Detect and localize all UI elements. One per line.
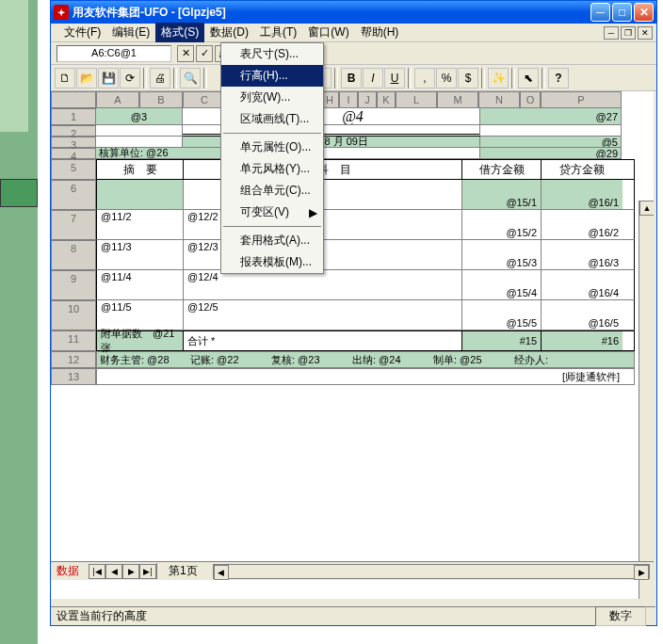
row-header[interactable]: 9 (51, 270, 96, 300)
cell-rev[interactable]: 复核: @23 (268, 352, 349, 367)
underline-icon[interactable]: U (384, 68, 405, 89)
cell-attach[interactable]: 附单据数 @21 张 (97, 331, 184, 350)
print-icon[interactable]: 🖨 (150, 68, 170, 89)
percent-icon[interactable]: % (436, 68, 457, 89)
cell-summary[interactable]: @11/2 (97, 210, 184, 239)
row-header[interactable]: 13 (51, 368, 96, 385)
child-minimize-button[interactable]: ─ (604, 26, 619, 40)
cell-sum[interactable]: 合计 * (184, 331, 462, 350)
menu-apply-format[interactable]: 套用格式(A)... (221, 230, 323, 251)
cell-unit[interactable]: 核算单位: @26 (96, 148, 228, 159)
spreadsheet-grid[interactable]: A B C D E F G H I J K L M N O P 1 2 3 4 … (51, 91, 654, 599)
menu-help[interactable]: 帮助(H) (355, 23, 405, 42)
cell-debit[interactable]: @15/1 (462, 180, 542, 209)
menu-tool[interactable]: 工具(T) (254, 23, 302, 42)
tab-last-icon[interactable]: ▶| (139, 564, 156, 579)
col-header[interactable]: O (520, 91, 541, 108)
scroll-up-icon[interactable]: ▲ (639, 201, 654, 216)
row-header[interactable]: 10 (51, 300, 96, 330)
cell-debit[interactable]: @15/4 (462, 270, 542, 299)
menu-col-width[interactable]: 列宽(W)... (221, 87, 323, 108)
cell-credit[interactable]: @16/1 (542, 180, 623, 209)
col-header[interactable]: P (541, 91, 622, 108)
tab-first-icon[interactable]: |◀ (89, 564, 105, 579)
scroll-left-icon[interactable]: ◀ (214, 565, 229, 580)
cell-subject[interactable]: @12/4 (184, 270, 462, 299)
child-restore-button[interactable]: ❐ (621, 26, 636, 40)
cell-debit[interactable]: @15/3 (462, 240, 542, 269)
help-icon[interactable]: ? (548, 68, 569, 89)
cell-summary[interactable]: @11/5 (97, 300, 184, 330)
tab-page[interactable]: 第1页 (156, 563, 209, 579)
grid-corner[interactable] (51, 91, 96, 108)
row-header[interactable]: 5 (51, 159, 96, 180)
col-header[interactable]: N (478, 91, 520, 108)
horizontal-scrollbar[interactable]: ◀ ▶ (213, 564, 650, 579)
fx-accept-button[interactable]: ✓ (196, 45, 213, 62)
row-header[interactable]: 7 (51, 210, 96, 240)
cell-debit[interactable]: @15/2 (462, 210, 542, 239)
menu-file[interactable]: 文件(F) (58, 23, 106, 42)
menu-combine[interactable]: 组合单元(C)... (221, 180, 323, 201)
cell-summary[interactable]: @11/3 (97, 240, 184, 269)
row-header[interactable]: 12 (51, 351, 96, 368)
cell-debit[interactable]: @15/5 (462, 300, 542, 330)
row-header[interactable]: 8 (51, 240, 96, 270)
cell[interactable]: @27 (480, 108, 622, 125)
scroll-right-icon[interactable]: ▶ (634, 565, 649, 580)
menu-variable[interactable]: 可变区(V)▶ (221, 201, 323, 223)
col-header[interactable]: L (396, 91, 437, 108)
close-button[interactable]: ✕ (634, 3, 654, 22)
cell-oper[interactable]: 经办人: (511, 352, 577, 367)
cell-credit[interactable]: @16/5 (542, 300, 623, 330)
menu-cell-style[interactable]: 单元风格(Y)... (221, 158, 323, 180)
cell[interactable]: @5 (480, 137, 622, 148)
col-header[interactable]: I (339, 91, 358, 108)
cell-credit[interactable]: @16/4 (542, 270, 623, 299)
cell-credit[interactable]: @16/3 (542, 240, 623, 269)
col-header[interactable]: K (377, 91, 396, 108)
child-close-button[interactable]: ✕ (638, 26, 653, 40)
cell[interactable]: @29 (480, 148, 622, 159)
row-header[interactable]: 2 (51, 125, 96, 137)
italic-icon[interactable]: I (363, 68, 383, 89)
cell-cfo[interactable]: 财务主管: @28 (97, 352, 187, 367)
menu-gridline[interactable]: 区域画线(T)... (221, 108, 323, 130)
tab-next-icon[interactable]: ▶ (122, 564, 139, 579)
row-header[interactable]: 1 (51, 108, 96, 125)
cell-total-debit[interactable]: #15 (462, 331, 542, 350)
cell-summary[interactable]: @11/4 (97, 270, 184, 299)
fx-cancel-button[interactable]: ✕ (177, 45, 194, 62)
menu-window[interactable]: 窗口(W) (302, 23, 354, 42)
cell-make[interactable]: 制单: @25 (430, 352, 511, 367)
minimize-button[interactable]: ─ (590, 3, 610, 22)
cell-total-credit[interactable]: #16 (542, 331, 623, 350)
pointer-icon[interactable]: ⬉ (518, 68, 539, 89)
vertical-scrollbar[interactable]: ▲ ▼ (639, 201, 654, 599)
menu-cell-prop[interactable]: 单元属性(O)... (221, 137, 323, 158)
menu-table-size[interactable]: 表尺寸(S)... (221, 43, 323, 65)
col-header[interactable]: M (437, 91, 478, 108)
bold-icon[interactable]: B (341, 68, 362, 89)
menu-template[interactable]: 报表模板(M)... (221, 251, 323, 273)
cell[interactable]: @3 (96, 108, 183, 125)
menu-row-height[interactable]: 行高(H)... (221, 65, 323, 87)
cell-reference[interactable]: A6:C6@1 (57, 45, 171, 62)
tab-prev-icon[interactable]: ◀ (105, 564, 122, 579)
cell-cash[interactable]: 出纳: @24 (349, 352, 430, 367)
wizard-icon[interactable]: ✨ (488, 68, 509, 89)
currency-icon[interactable]: $ (458, 68, 478, 89)
row-header[interactable]: 6 (51, 180, 96, 210)
refresh-icon[interactable]: ⟳ (120, 68, 140, 89)
cell-credit[interactable]: @16/2 (542, 210, 623, 239)
new-icon[interactable]: 🗋 (55, 68, 75, 89)
tab-data[interactable]: 数据 (51, 563, 85, 579)
cell-summary[interactable] (97, 180, 184, 209)
maximize-button[interactable]: □ (612, 3, 632, 22)
menu-data[interactable]: 数据(D) (204, 23, 254, 42)
cell-subject[interactable]: @12/5 (184, 300, 462, 330)
col-header[interactable]: J (358, 91, 377, 108)
menu-format[interactable]: 格式(S) (155, 23, 204, 42)
cell-acc[interactable]: 记账: @22 (187, 352, 268, 367)
menu-edit[interactable]: 编辑(E) (106, 23, 155, 42)
